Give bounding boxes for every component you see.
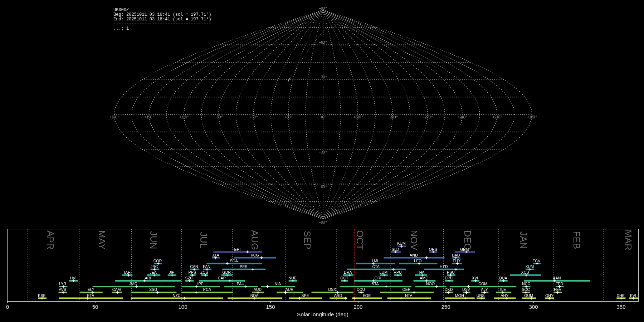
svg-text:AUR: AUR (286, 287, 294, 292)
svg-text:DPC: DPC (445, 276, 453, 280)
svg-text:------------------------------: -------------------------------------- (113, 21, 211, 26)
svg-text:+120 °: +120 ° (179, 115, 189, 119)
svg-text:PCA: PCA (203, 287, 211, 292)
svg-text:JMC: JMC (129, 282, 137, 286)
svg-text:FAN: FAN (203, 264, 210, 269)
svg-text:IPE: IPE (197, 282, 203, 286)
svg-text:THA: THA (417, 270, 425, 274)
svg-text:SZC: SZC (185, 276, 193, 280)
svg-text:300: 300 (529, 304, 538, 310)
svg-text:JUN: JUN (148, 231, 159, 249)
svg-text:TAH: TAH (123, 270, 131, 274)
svg-text:AUD: AUD (254, 287, 262, 292)
svg-text:−30 °: −30 ° (319, 150, 327, 154)
svg-text:Solar longitude (deg): Solar longitude (deg) (297, 311, 348, 317)
svg-text:+180 °: +180 ° (109, 115, 119, 119)
svg-text:ELY: ELY (88, 287, 94, 292)
svg-text:AAN: AAN (553, 276, 561, 280)
svg-text:MAY: MAY (97, 230, 107, 250)
svg-text:ORI: ORI (375, 276, 381, 280)
svg-text:JAN: JAN (518, 231, 529, 249)
svg-text:GUM: GUM (524, 293, 533, 298)
svg-text:ARD: ARD (334, 293, 342, 298)
svg-text:+90 °: +90 ° (319, 6, 327, 10)
svg-text:+240 °: +240 ° (458, 115, 467, 119)
svg-text:AUG: AUG (249, 230, 260, 250)
svg-text:−90 °: −90 ° (319, 220, 327, 224)
svg-text:STA: STA (372, 282, 379, 286)
svg-text:50: 50 (92, 304, 98, 310)
svg-text:OER: OER (402, 287, 410, 292)
svg-text:+60 °: +60 ° (319, 40, 327, 44)
svg-text:GDR: GDR (222, 270, 231, 274)
svg-text:COR: COR (153, 259, 162, 263)
svg-text:DKD: DKD (445, 287, 453, 292)
svg-text:AHY: AHY (501, 293, 508, 298)
svg-text:SEP: SEP (302, 231, 313, 249)
svg-text:FEV: FEV (554, 287, 562, 292)
svg-text:NIA: NIA (274, 282, 281, 286)
svg-text:SLD: SLD (392, 247, 399, 252)
svg-text:ZCS: ZCS (200, 270, 208, 274)
svg-text:+270 °: +270 ° (423, 115, 433, 119)
svg-text:NUE: NUE (288, 276, 297, 280)
svg-text:PPS: PPS (189, 270, 196, 274)
svg-text:JIP: JIP (169, 270, 174, 274)
svg-text:200: 200 (353, 304, 362, 310)
svg-text:...: 1: ...: 1 (113, 26, 129, 31)
svg-text:LYR: LYR (59, 282, 66, 286)
svg-text:PAU: PAU (237, 282, 244, 286)
svg-text:AVB: AVB (59, 287, 67, 292)
svg-text:JXA: JXA (212, 253, 219, 257)
svg-text:SPE: SPE (301, 293, 309, 298)
svg-text:NDA: NDA (250, 293, 259, 298)
svg-text:350: 350 (616, 304, 625, 310)
svg-text:+60 °: +60 ° (250, 115, 258, 119)
svg-text:GEM: GEM (460, 247, 469, 252)
svg-text:NOO: NOO (426, 282, 435, 286)
svg-text:PSU: PSU (447, 270, 455, 274)
svg-text:AND: AND (410, 253, 418, 257)
svg-text:ORS: ORS (429, 247, 437, 252)
svg-text:100: 100 (178, 304, 187, 310)
svg-text:DRA: DRA (344, 270, 352, 274)
svg-text:+30 °: +30 ° (284, 115, 292, 119)
svg-text:AMO: AMO (420, 276, 428, 280)
svg-text:ILE: ILE (500, 287, 506, 292)
svg-text:ERI: ERI (234, 247, 241, 252)
svg-text:FED: FED (556, 282, 564, 286)
svg-text:DAD: DAD (452, 253, 460, 257)
svg-text:XVI: XVI (472, 276, 478, 280)
svg-text:250: 250 (441, 304, 450, 310)
svg-text:OCU: OCU (356, 287, 365, 292)
svg-text:LUM: LUM (380, 270, 388, 274)
svg-text:FEB: FEB (571, 231, 582, 249)
svg-text:APR: APR (45, 230, 56, 249)
svg-text:MON: MON (455, 293, 464, 298)
svg-text:NTA: NTA (405, 293, 413, 298)
svg-text:JEA: JEA (150, 270, 157, 274)
svg-text:+0 °: +0 ° (320, 115, 326, 119)
svg-text:HVI: HVI (70, 276, 77, 280)
svg-text:NCC: NCC (522, 282, 530, 286)
svg-text:+90 °: +90 ° (215, 115, 223, 119)
svg-text:SCC: SCC (522, 287, 530, 292)
svg-text:EVI: EVI (630, 293, 636, 298)
svg-text:QUA: QUA (499, 276, 508, 280)
svg-text:+300 °: +300 ° (388, 115, 397, 119)
svg-text:HYD: HYD (440, 264, 448, 269)
svg-text:ARI: ARI (145, 276, 151, 280)
svg-text:OHY: OHY (545, 293, 553, 298)
svg-text:150: 150 (266, 304, 275, 310)
svg-text:−60 °: −60 ° (319, 185, 327, 189)
svg-text:RPU: RPU (394, 270, 402, 274)
svg-text:LEO: LEO (414, 259, 421, 263)
svg-text:JUL: JUL (198, 232, 209, 248)
svg-text:ECV: ECV (532, 259, 541, 263)
svg-text:SSG: SSG (149, 287, 157, 292)
svg-text:EHY: EHY (453, 259, 460, 263)
svg-text:OCT: OCT (355, 230, 365, 250)
svg-text:PER: PER (240, 264, 248, 269)
svg-text:+150 °: +150 ° (144, 115, 154, 119)
svg-text:+180 °: +180 ° (527, 115, 537, 119)
